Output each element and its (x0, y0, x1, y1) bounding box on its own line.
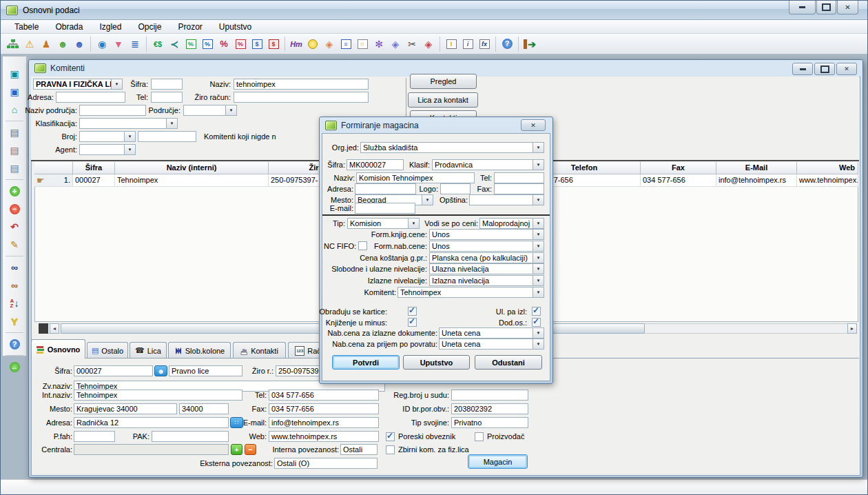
interna-input[interactable]: Ostali (340, 444, 378, 455)
add-icon[interactable]: + (7, 184, 22, 198)
col-sifra[interactable]: Šifra (73, 162, 115, 174)
filter-agent-combo[interactable]: ▼ (79, 144, 136, 155)
calendar-percent-icon[interactable]: % (232, 36, 249, 52)
col-email[interactable]: E-Mail (716, 162, 797, 174)
table-percent-blue-icon[interactable]: % (199, 36, 216, 52)
menu-opcije[interactable]: Opcije (130, 21, 169, 33)
tip-combo[interactable]: Komision▼ (347, 218, 420, 229)
tab-osnovno[interactable]: Osnovno (31, 339, 85, 358)
tag-violet-icon[interactable]: ◈ (387, 36, 404, 52)
undo-icon[interactable]: ↶ (7, 220, 22, 234)
cell-fax[interactable]: 034 577-656 (641, 174, 716, 187)
col-web[interactable]: Web (797, 162, 858, 174)
chevron-down-icon[interactable]: ▼ (225, 105, 236, 115)
dialog-close-button[interactable]: ✕ (521, 119, 546, 131)
save-as-icon[interactable]: ▣ (7, 85, 22, 99)
doc-warning-icon[interactable]: ! (443, 36, 459, 52)
opstina-combo[interactable]: ▼ (469, 194, 544, 205)
scroll-right-arrow[interactable]: ► (847, 323, 857, 334)
dlg-naziv-input[interactable]: Komision Tehnoimpex (356, 172, 475, 183)
cell-email[interactable]: info@tehnoimpex.rs (716, 174, 797, 187)
form-tel-input[interactable]: 034 577-656 (269, 390, 379, 401)
dod-os-checkbox[interactable] (532, 318, 541, 327)
chevron-down-icon[interactable]: ▼ (111, 79, 122, 89)
exit-icon[interactable]: ➔ (521, 36, 538, 52)
person-desk-icon[interactable]: ♟ (38, 36, 54, 52)
sort-az-icon[interactable]: AZ↓ (7, 296, 22, 310)
filter-naziv-input[interactable]: tehnoimpex (234, 79, 369, 90)
filter-naziv-podrucja-input[interactable] (79, 105, 146, 116)
vodi-combo[interactable]: Maloprodajnoj▼ (479, 218, 544, 229)
filter-icon[interactable]: Y (7, 314, 22, 328)
gear-icon[interactable]: ✻ (371, 36, 387, 52)
tab-kontakti[interactable]: Kontakti (233, 342, 286, 358)
org-chart-icon[interactable] (5, 36, 21, 52)
form-pak-input[interactable] (152, 431, 229, 442)
form-mesto-input[interactable]: Kragujevac 34000 (74, 403, 177, 414)
chevron-down-icon[interactable]: ▼ (422, 195, 433, 205)
form-tip-svojine-input[interactable]: Privatno (451, 417, 528, 428)
tag-orange-icon[interactable]: ◈ (321, 36, 338, 52)
doc-info-icon[interactable]: i (459, 36, 476, 52)
knjizenje-checkbox[interactable] (408, 318, 417, 327)
calendar-dollar-icon[interactable]: $ (249, 36, 265, 52)
form-postbr-input[interactable]: 34000 (179, 403, 229, 414)
chevron-down-icon[interactable]: ▼ (533, 339, 544, 349)
klasif-combo[interactable]: Prodavnica▼ (432, 159, 544, 170)
form-reg-broj-input[interactable] (451, 390, 528, 401)
chevron-down-icon[interactable]: ▼ (533, 195, 544, 205)
cell-sifra[interactable]: 000027 (73, 174, 115, 187)
table-percent-green-icon[interactable]: % (183, 36, 199, 52)
menu-izgled[interactable]: Izgled (91, 21, 130, 33)
form-knjig-combo[interactable]: Unos▼ (429, 229, 544, 240)
print-direct-icon[interactable]: ▤ (7, 143, 22, 157)
child-close-button[interactable]: ✕ (836, 63, 857, 75)
cell-naziv[interactable]: Tehnoimpex (115, 174, 269, 187)
dlg-sifra-input[interactable]: MK000027 (347, 159, 404, 170)
chevron-down-icon[interactable]: ▼ (533, 160, 544, 170)
form-pravno-lice-field[interactable]: Pravno lice (169, 365, 242, 376)
col-fax[interactable]: Fax (641, 162, 716, 174)
doc-formula-icon[interactable]: fx (476, 36, 493, 52)
dlg-adresa-input[interactable] (355, 183, 416, 194)
tools-icon[interactable]: ✂ (404, 36, 420, 52)
interest-hm-icon[interactable]: Hm (288, 36, 304, 52)
find-next-icon[interactable]: ∞ (7, 279, 22, 292)
help-icon[interactable]: ? (7, 337, 22, 351)
izlazne-combo[interactable]: Izlazna nivelacija▼ (429, 275, 544, 286)
chevron-down-icon[interactable]: ▼ (124, 132, 135, 141)
chevron-down-icon[interactable]: ▼ (408, 219, 419, 228)
help-icon[interactable]: ? (499, 36, 515, 52)
proizvodjac-checkbox[interactable] (475, 432, 484, 441)
down-diamond-icon[interactable]: ▼ (110, 36, 127, 52)
nab-prijem-combo[interactable]: Uneta cena▼ (439, 339, 544, 350)
percent-icon[interactable]: % (216, 36, 232, 52)
person-blue-icon[interactable]: ☻ (71, 36, 87, 52)
chevron-down-icon[interactable]: ▼ (166, 119, 177, 128)
filter-broj-combo[interactable]: ▼ (79, 131, 136, 142)
form-adresa-input[interactable]: Radnička 12 (74, 417, 229, 428)
find-icon[interactable]: ∞ (7, 261, 22, 274)
slobodne-combo[interactable]: Ulazna nivelacija▼ (429, 263, 544, 274)
print-settings-icon[interactable]: ▤ (7, 161, 22, 175)
logo-input[interactable] (440, 183, 471, 194)
filter-adresa-input[interactable] (56, 92, 125, 103)
close-button[interactable]: ✕ (837, 1, 858, 14)
menu-uputstvo[interactable]: Uputstvo (211, 21, 260, 33)
split-icon[interactable]: ≺ (166, 36, 183, 52)
filter-podrucje-combo[interactable]: ▼ (183, 105, 237, 116)
export-home-icon[interactable]: ⌂ (7, 103, 22, 117)
ledger-dollar-icon[interactable]: $ (265, 36, 282, 52)
print-icon[interactable]: ▤ (7, 125, 22, 139)
filter-ziro-input[interactable] (234, 92, 369, 103)
dlg-email-input[interactable] (355, 203, 415, 214)
form-nab-combo[interactable]: Unos▼ (429, 241, 544, 252)
lica-za-kontakt-button[interactable]: Lica za kontakt (408, 92, 478, 108)
org-jed-combo[interactable]: Služba skladišta▼ (360, 142, 544, 153)
tab-lica[interactable]: ☎ Lica (130, 342, 167, 358)
person-lookup-button[interactable]: ☻ (154, 365, 167, 376)
eksterna-input[interactable]: Ostali (O) (274, 458, 378, 469)
edit-icon[interactable]: ✎ (7, 238, 22, 252)
menu-tabele[interactable]: Tabele (6, 21, 47, 33)
chevron-down-icon[interactable]: ▼ (533, 230, 544, 239)
